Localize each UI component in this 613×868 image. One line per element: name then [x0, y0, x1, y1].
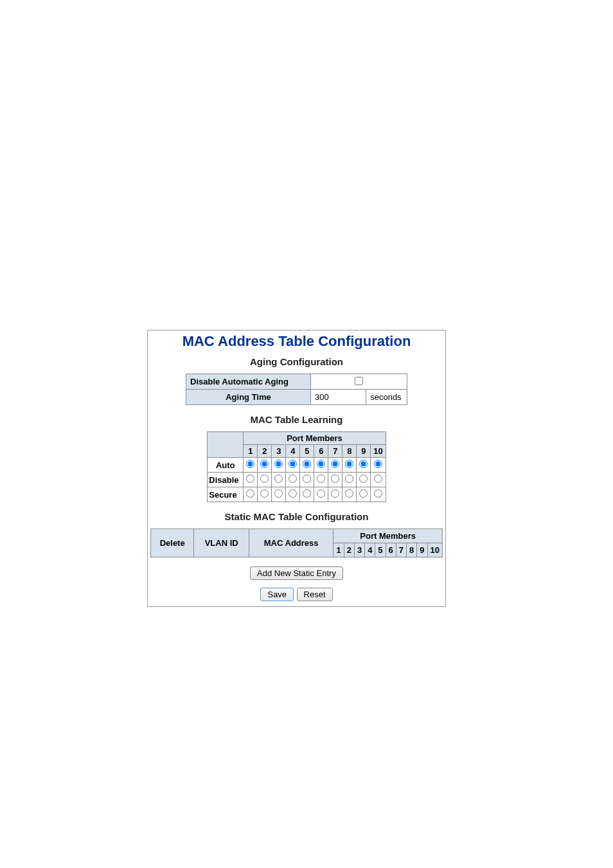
radio-disable-port8[interactable] — [345, 475, 353, 483]
aging-time-label: Aging Time — [186, 390, 311, 405]
port-header: 3 — [272, 445, 286, 458]
radio-secure-port5[interactable] — [303, 489, 311, 498]
port-header: 4 — [286, 445, 300, 458]
mac-table-learning: Port Members 1 2 3 4 5 6 7 8 9 10 Auto — [207, 431, 386, 502]
radio-secure-port7[interactable] — [331, 489, 339, 498]
static-mac-table: Delete VLAN ID MAC Address Port Members … — [150, 529, 443, 557]
learning-row-label: Secure — [208, 487, 244, 502]
learning-row-label: Auto — [208, 458, 244, 473]
learning-row-disable: Disable — [208, 473, 386, 487]
radio-auto-port3[interactable] — [274, 460, 283, 468]
static-port-members-header: Port Members — [333, 529, 443, 543]
static-port-header: 9 — [417, 543, 427, 557]
port-header: 8 — [342, 445, 357, 458]
learning-section-title: MAC Table Learning — [150, 414, 443, 425]
radio-auto-port10[interactable] — [374, 460, 382, 468]
static-header-delete: Delete — [151, 529, 194, 557]
radio-disable-port6[interactable] — [317, 475, 325, 483]
static-port-header: 5 — [375, 543, 386, 557]
port-header: 10 — [371, 445, 386, 458]
learning-row-label: Disable — [208, 473, 244, 487]
radio-auto-port8[interactable] — [345, 460, 353, 468]
radio-secure-port2[interactable] — [260, 489, 269, 498]
radio-disable-port9[interactable] — [359, 475, 368, 483]
static-header-vlan: VLAN ID — [194, 529, 249, 557]
radio-auto-port1[interactable] — [246, 460, 254, 468]
static-port-header: 2 — [344, 543, 354, 557]
port-header: 5 — [300, 445, 314, 458]
static-port-header: 6 — [386, 543, 396, 557]
disable-auto-aging-label: Disable Automatic Aging — [186, 374, 311, 390]
radio-secure-port6[interactable] — [317, 489, 325, 498]
learning-blank-header — [208, 432, 244, 458]
static-port-header: 3 — [354, 543, 364, 557]
port-header: 7 — [328, 445, 342, 458]
page-title: MAC Address Table Configuration — [150, 333, 443, 350]
aging-time-unit: seconds — [366, 390, 407, 405]
radio-disable-port7[interactable] — [331, 475, 339, 483]
radio-auto-port9[interactable] — [359, 460, 368, 468]
port-header: 6 — [314, 445, 328, 458]
radio-auto-port2[interactable] — [260, 460, 269, 468]
aging-time-input[interactable] — [312, 392, 362, 402]
radio-disable-port10[interactable] — [374, 475, 382, 483]
radio-disable-port3[interactable] — [274, 475, 283, 483]
disable-auto-aging-checkbox[interactable] — [355, 377, 363, 385]
static-port-header: 8 — [407, 543, 417, 557]
port-header: 9 — [357, 445, 371, 458]
aging-config-table: Disable Automatic Aging Aging Time secon… — [186, 374, 407, 405]
radio-auto-port7[interactable] — [331, 460, 339, 468]
reset-button[interactable]: Reset — [297, 588, 333, 601]
static-port-header: 1 — [333, 543, 344, 557]
learning-row-secure: Secure — [208, 487, 386, 502]
radio-auto-port5[interactable] — [303, 460, 311, 468]
radio-disable-port2[interactable] — [260, 475, 269, 483]
add-new-static-entry-button[interactable]: Add New Static Entry — [250, 566, 343, 580]
save-button[interactable]: Save — [260, 588, 294, 601]
radio-disable-port5[interactable] — [303, 475, 311, 483]
static-section-title: Static MAC Table Configuration — [150, 511, 443, 522]
radio-secure-port9[interactable] — [359, 489, 368, 498]
port-header: 1 — [244, 445, 258, 458]
radio-auto-port4[interactable] — [289, 460, 297, 468]
port-header: 2 — [258, 445, 272, 458]
mac-address-table-panel: MAC Address Table Configuration Aging Co… — [147, 330, 446, 607]
radio-disable-port1[interactable] — [246, 475, 254, 483]
radio-secure-port1[interactable] — [246, 489, 254, 498]
static-port-header: 10 — [427, 543, 442, 557]
static-port-header: 4 — [365, 543, 375, 557]
learning-row-auto: Auto — [208, 458, 386, 473]
radio-auto-port6[interactable] — [317, 460, 325, 468]
radio-secure-port10[interactable] — [374, 489, 382, 498]
port-members-header: Port Members — [244, 432, 386, 445]
radio-secure-port3[interactable] — [274, 489, 283, 498]
aging-section-title: Aging Configuration — [150, 356, 443, 367]
radio-disable-port4[interactable] — [289, 475, 297, 483]
static-header-mac: MAC Address — [249, 529, 333, 557]
radio-secure-port4[interactable] — [289, 489, 297, 498]
radio-secure-port8[interactable] — [345, 489, 353, 498]
static-port-header: 7 — [396, 543, 406, 557]
